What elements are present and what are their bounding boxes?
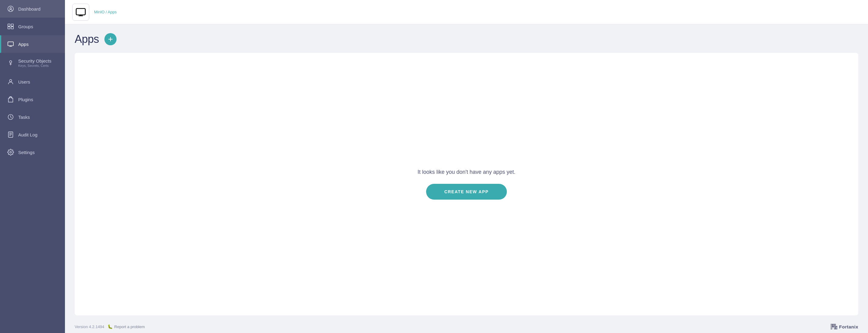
breadcrumb-prefix: MinIO	[94, 10, 105, 14]
svg-point-14	[10, 151, 11, 153]
sidebar-item-settings[interactable]: Settings	[0, 143, 65, 161]
svg-point-8	[9, 80, 11, 82]
sidebar-item-dashboard-label: Dashboard	[18, 6, 40, 11]
empty-state-card: It looks like you don't have any apps ye…	[75, 53, 858, 315]
sidebar-item-security-objects[interactable]: Security Objects Keys, Secrets, Certs	[0, 53, 65, 73]
top-bar: MinIO / Apps	[65, 0, 868, 24]
create-new-app-button[interactable]: CREATE NEW APP	[426, 184, 507, 200]
fortanix-logo-icon	[831, 324, 837, 329]
footer: Version 4.2.1494 🐛 Report a problem Fort…	[65, 320, 868, 333]
apps-icon	[7, 41, 14, 47]
svg-rect-20	[834, 324, 836, 329]
groups-icon	[7, 23, 14, 30]
svg-rect-6	[8, 42, 13, 46]
content-area: Apps It looks like you don't have any ap…	[65, 24, 868, 320]
sidebar-item-tasks[interactable]: Tasks	[0, 108, 65, 126]
sidebar-item-audit-log[interactable]: Audit Log	[0, 126, 65, 143]
sidebar-item-audit-log-label: Audit Log	[18, 132, 37, 137]
svg-rect-15	[76, 8, 85, 15]
breadcrumb-separator: /	[105, 10, 108, 14]
top-bar-icon	[72, 4, 89, 21]
svg-rect-3	[11, 24, 13, 26]
svg-rect-4	[8, 27, 10, 29]
svg-rect-10	[8, 132, 13, 137]
settings-icon	[7, 149, 14, 156]
sidebar-item-groups-label: Groups	[18, 24, 33, 29]
footer-left: Version 4.2.1494 🐛 Report a problem	[75, 324, 145, 329]
fortanix-logo: Fortanix	[831, 324, 858, 329]
svg-point-7	[9, 61, 11, 63]
report-label: Report a problem	[115, 325, 145, 329]
tasks-icon	[7, 114, 14, 120]
sidebar-item-users[interactable]: Users	[0, 73, 65, 90]
svg-point-1	[10, 7, 11, 9]
breadcrumb-current: Apps	[108, 10, 117, 14]
sidebar-item-groups[interactable]: Groups	[0, 18, 65, 35]
bug-icon: 🐛	[107, 324, 113, 329]
sidebar-item-users-label: Users	[18, 79, 30, 84]
dashboard-icon	[7, 5, 14, 12]
svg-rect-2	[8, 24, 10, 26]
sidebar-item-settings-label: Settings	[18, 150, 35, 155]
svg-rect-5	[11, 27, 13, 29]
svg-rect-18	[831, 324, 832, 329]
sidebar-item-dashboard[interactable]: Dashboard	[0, 0, 65, 18]
sidebar: Dashboard Groups	[0, 0, 65, 333]
add-app-button[interactable]	[104, 33, 117, 45]
users-icon	[7, 78, 14, 85]
sidebar-nav: Dashboard Groups	[0, 0, 65, 333]
version-text: Version 4.2.1494	[75, 325, 104, 329]
sidebar-item-tasks-label: Tasks	[18, 115, 30, 120]
security-icon	[7, 60, 14, 66]
sidebar-item-apps-label: Apps	[18, 41, 29, 47]
sidebar-item-plugins[interactable]: Plugins	[0, 90, 65, 108]
main-content: MinIO / Apps Apps It looks like you don'…	[65, 0, 868, 333]
plugins-icon	[7, 96, 14, 103]
sidebar-item-apps[interactable]: Apps	[0, 35, 65, 53]
page-header: Apps	[75, 33, 858, 46]
fortanix-text: Fortanix	[839, 324, 858, 329]
sidebar-item-plugins-label: Plugins	[18, 97, 33, 102]
svg-rect-19	[833, 324, 834, 327]
svg-rect-21	[836, 326, 837, 329]
audit-icon	[7, 131, 14, 138]
report-problem-link[interactable]: 🐛 Report a problem	[107, 324, 145, 329]
breadcrumb: MinIO / Apps	[94, 10, 117, 14]
sidebar-item-security-sublabel: Keys, Secrets, Certs	[18, 64, 51, 67]
sidebar-item-security-label: Security Objects	[18, 58, 51, 63]
empty-message: It looks like you don't have any apps ye…	[417, 169, 516, 175]
page-title: Apps	[75, 33, 99, 46]
svg-point-0	[8, 6, 13, 11]
